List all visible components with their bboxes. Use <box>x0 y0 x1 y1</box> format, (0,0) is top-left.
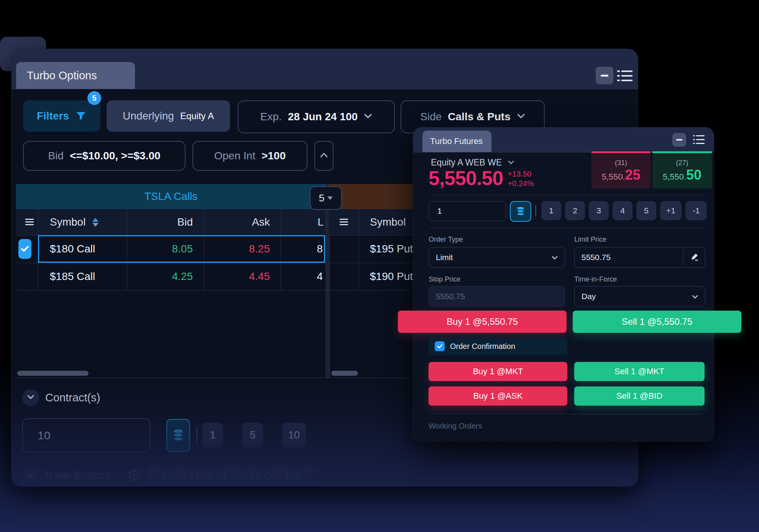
target-gear-icon[interactable] <box>127 469 140 484</box>
qty-preset-plus1[interactable]: +1 <box>660 201 682 220</box>
calls-col-ask[interactable]: Ask <box>204 209 270 235</box>
chevron-down-icon <box>27 394 34 401</box>
ask-quote-box[interactable]: (27) 5,550. 50 <box>652 151 712 188</box>
qty-stack-button[interactable] <box>510 201 531 222</box>
open-interest-value: >100 <box>261 150 286 162</box>
calls-col-symbol[interactable]: Symbol <box>50 209 127 235</box>
buy-mkt-button[interactable]: Buy 1 @MKT <box>429 362 567 381</box>
limit-price-value: 5550.75 <box>575 253 611 262</box>
ask-cell[interactable]: 4.45 <box>204 263 270 290</box>
turbo-futures-window: Turbo Futures Equity A WEB WE 5,550.50 +… <box>413 128 714 442</box>
tab-turbo-options[interactable]: Turbo Options <box>16 62 135 89</box>
stop-price-value: 5550.75 <box>429 292 465 301</box>
trade-buttons-collapse-button[interactable] <box>22 469 38 484</box>
tab-turbo-options-label: Turbo Options <box>27 69 97 82</box>
contracts-preset-1[interactable]: 1 <box>202 423 223 447</box>
qty-preset-minus1[interactable]: -1 <box>685 201 707 220</box>
qty-preset-5[interactable]: 5 <box>636 201 656 220</box>
last-price-block: 5,550.50 +13.50 +0.24% <box>429 167 534 190</box>
buy-ask-button[interactable]: Buy 1 @ASK <box>429 386 567 406</box>
contracts-preset-5[interactable]: 5 <box>242 423 263 447</box>
ask-price-frac: 50 <box>686 167 702 183</box>
tif-value: Day <box>575 292 596 301</box>
qty-preset-2[interactable]: 2 <box>565 201 585 220</box>
row-menu-icon[interactable] <box>336 209 353 235</box>
filter-funnel-icon <box>75 110 87 122</box>
symbol-dropdown[interactable]: Equity A WEB WE <box>431 157 514 168</box>
exp-label: Exp. <box>260 111 282 123</box>
buy-limit-button[interactable]: Buy 1 @5,550.75 <box>398 311 567 333</box>
symbol-cell: $190 Put <box>370 270 413 283</box>
calls-col-last[interactable]: L <box>281 209 324 235</box>
contracts-input[interactable]: 10 <box>22 418 150 453</box>
bid-quote-box[interactable]: (31) 5,550. 25 <box>591 151 651 188</box>
order-type-select[interactable]: Limit <box>429 247 565 268</box>
qty-preset-4[interactable]: 4 <box>613 201 632 220</box>
qty-preset-1[interactable]: 1 <box>541 201 561 220</box>
price-change: +13.50 <box>508 170 534 178</box>
quantity-input[interactable]: 1 <box>429 201 506 221</box>
working-orders-label: Working Orders <box>429 422 482 431</box>
tif-select[interactable]: Day <box>574 286 705 307</box>
selected-row-outline <box>38 235 325 263</box>
ask-size: (27) <box>676 159 688 167</box>
row-checkbox[interactable] <box>18 239 31 259</box>
symbol-cell: $185 Call <box>50 270 95 283</box>
sort-icon[interactable] <box>92 218 99 227</box>
options-menu-icon[interactable] <box>617 70 632 83</box>
bid-price-main: 5,550. <box>601 172 625 182</box>
expiration-dropdown[interactable]: Exp. 28 Jun 24 100 <box>238 100 395 133</box>
futures-minimize-button[interactable] <box>672 133 686 147</box>
options-minimize-button[interactable] <box>596 67 613 84</box>
horizontal-scrollbar[interactable] <box>331 371 358 376</box>
last-cell[interactable]: 4 <box>281 263 323 290</box>
collapse-filters-button[interactable] <box>314 141 334 171</box>
pencil-icon[interactable] <box>690 252 699 263</box>
open-interest-filter-chip[interactable]: Open Int >100 <box>192 141 307 171</box>
futures-menu-icon[interactable] <box>693 135 705 146</box>
horizontal-scrollbar[interactable] <box>17 371 89 376</box>
underlying-button[interactable]: Underlying Equity A <box>107 100 230 132</box>
trade-context-chip: TSLA $180 28 Jun 24 Call 100 <box>149 466 314 486</box>
minimize-icon <box>601 75 608 77</box>
row-menu-icon[interactable] <box>21 209 38 235</box>
trade-buttons-label: Trade Buttons <box>44 470 111 482</box>
contracts-collapse-button[interactable] <box>22 389 39 406</box>
symbol-cell: $195 Put <box>370 243 413 255</box>
qty-stack-button[interactable] <box>166 419 190 452</box>
bid-filter-chip[interactable]: Bid <=$10.00, >=$3.00 <box>23 141 186 171</box>
filters-label: Filters <box>37 110 69 122</box>
limit-price-label: Limit Price <box>574 236 606 244</box>
stop-price-input[interactable]: 5550.75 <box>429 286 565 307</box>
order-type-label: Order Type <box>429 236 463 244</box>
last-price: 5,550.50 <box>429 167 503 190</box>
sell-bid-button[interactable]: Sell 1 @BID <box>574 386 705 406</box>
bid-price-frac: 25 <box>625 167 641 183</box>
chevron-down-icon <box>552 253 558 262</box>
bid-filter-value: <=$10.00, >=$3.00 <box>70 150 161 162</box>
sell-mkt-button[interactable]: Sell 1 @MKT <box>574 362 705 381</box>
symbol-value: Equity A WEB WE <box>431 157 502 168</box>
open-interest-label: Open Int <box>214 150 255 162</box>
price-change-pct: +0.24% <box>508 179 534 188</box>
calls-col-bid[interactable]: Bid <box>127 209 193 235</box>
calls-table-header-band: TSLA Calls <box>16 184 326 209</box>
filters-button[interactable]: Filters <box>23 100 100 132</box>
limit-price-input[interactable]: 5550.75 <box>574 247 705 268</box>
depth-dropdown[interactable]: 5 <box>310 186 342 210</box>
bid-size: (31) <box>615 159 627 167</box>
order-confirmation-box[interactable]: Order Confirmation <box>429 337 567 355</box>
table-row[interactable]: $185 Call <box>50 263 127 290</box>
caret-down-icon <box>327 196 333 200</box>
chevron-down-icon <box>26 473 33 480</box>
order-confirmation-checkbox[interactable] <box>435 341 445 351</box>
bid-cell[interactable]: 4.25 <box>127 263 193 290</box>
stop-price-label: Stop Price <box>429 275 460 283</box>
quantity-value: 1 <box>429 206 442 216</box>
sell-limit-button[interactable]: Sell 1 @5,550.75 <box>573 311 741 333</box>
underlying-value: Equity A <box>180 111 214 121</box>
filters-badge: 5 <box>87 91 101 105</box>
qty-preset-3[interactable]: 3 <box>589 201 609 220</box>
contracts-preset-10[interactable]: 10 <box>282 423 306 447</box>
tab-turbo-futures[interactable]: Turbo Futures <box>422 131 491 152</box>
